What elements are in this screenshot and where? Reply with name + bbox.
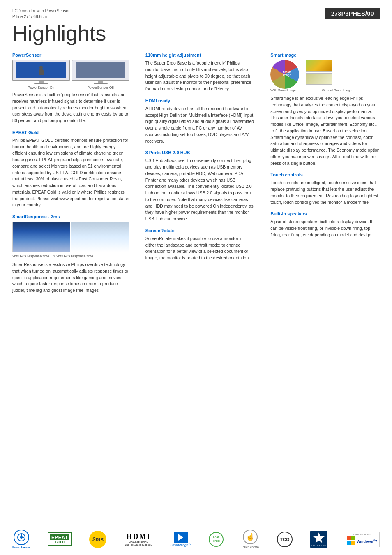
column-1: PowerSensor PowerSensor On	[12, 53, 129, 297]
twoms-circle: 2ms	[89, 531, 106, 548]
smartimage-without-label-item: Without SmartImage	[322, 88, 352, 92]
powersensor-heading: PowerSensor	[12, 53, 129, 58]
hdmi-heading: HDMI ready	[145, 98, 255, 103]
person-body	[39, 69, 44, 75]
smartimage-center-text: SmartImage	[279, 70, 294, 77]
smartimage-labels: With SmartImage Without SmartImage	[270, 88, 380, 92]
smartimage-heading: SmartImage	[270, 53, 380, 58]
smartimage-illustration: SmartImage With SmartImage Without Smart…	[270, 60, 380, 92]
powersensor-on-label: PowerSensor On	[28, 86, 55, 90]
product-line2: P-line 27" / 68.6cm	[12, 14, 70, 20]
leadfree-circle: Lead Free!	[209, 532, 224, 547]
epeat-gold-text: GOLD	[55, 540, 65, 544]
epeat-logo-text: EPEAT	[50, 534, 69, 540]
column-2: 110mm height adjustment The Super Ergo B…	[138, 53, 255, 297]
energy-star-svg: ENERGY STAR	[310, 531, 327, 548]
smartimage-with-photo	[306, 60, 332, 72]
height-body: The Super Ergo Base is a 'people friendl…	[145, 60, 255, 92]
smartimage-chart: SmartImage	[270, 60, 303, 87]
sr-image-left	[13, 222, 70, 252]
sr-label-right: > 2ms GtG response time	[53, 254, 93, 258]
smartimage-with-label-item: With SmartImage	[270, 88, 296, 92]
hdmi-logo-text: HDMI	[126, 532, 150, 541]
person-icon	[39, 66, 44, 75]
tco-circle: TCO	[277, 532, 293, 547]
powersensor-logo-svg	[17, 533, 26, 542]
content-grid: PowerSensor PowerSensor On	[12, 53, 380, 297]
sr-labels: 2ms GtG response time > 2ms GtG response…	[12, 254, 129, 258]
win-quad-green	[351, 536, 355, 541]
powersensor-body: PowerSensor is a built-in 'people sensor…	[12, 92, 129, 124]
epeat-heading: EPEAT Gold	[12, 130, 129, 135]
powersensor-on-screen	[12, 60, 70, 81]
windows-compatible-text: Compatible with	[353, 533, 371, 536]
speakers-body: A pair of stereo speakers built into a d…	[270, 219, 380, 238]
smartimage-logo-arrow	[178, 534, 183, 541]
epeat-body: Philips EPEAT GOLD certified monitors en…	[12, 137, 129, 208]
epeat-box: EPEAT GOLD	[48, 532, 72, 546]
logo-epeat: EPEAT GOLD	[48, 532, 72, 546]
windows-logo-row: Windows®7	[347, 536, 377, 546]
leadfree-text: Lead Free!	[210, 536, 223, 543]
screenrotate-body: ScreenRotate makes it possible to use a …	[145, 236, 255, 261]
smartimage-with-label: With SmartImage	[270, 88, 296, 92]
hdmi-sub-text: HIGH-DEFINITION MULTIMEDIA INTERFACE	[124, 541, 153, 546]
tco-text: TCO	[280, 537, 289, 542]
powersensor-off-screen	[72, 60, 129, 81]
smartimage-logo-label: SmartImage™	[170, 543, 191, 547]
svg-text:ENERGY STAR: ENERGY STAR	[311, 544, 326, 547]
logo-touch-control: ☝ Touch control	[241, 530, 260, 549]
smartimage-body: SmartImage is an exclusive leading edge …	[270, 95, 380, 166]
smartimage-logo-icon	[174, 532, 188, 543]
monitor-foot-2	[94, 83, 108, 84]
logo-windows7: Compatible with Windows®7	[345, 532, 380, 547]
column-3: SmartImage SmartImage	[263, 53, 380, 297]
touch-body: Touch controls are intelligent, touch se…	[270, 180, 380, 206]
smartresponse-heading: SmartResponse - 2ms	[12, 214, 129, 219]
page: LCD monitor with PowerSensor P-line 27" …	[0, 0, 392, 555]
screenrotate-heading: ScreenRotate	[145, 228, 255, 233]
model-number: 273P3PHES/00	[325, 8, 380, 19]
smartresponse-images	[12, 222, 129, 252]
powersensor-off-label: PowerSensor Off	[87, 86, 114, 90]
touch-heading: Touch controls	[270, 172, 380, 177]
usb-body: USB Hub allows user to conveniently conn…	[145, 157, 255, 222]
win-quad-blue	[347, 541, 351, 545]
touch-icon-circle: ☝	[243, 530, 258, 544]
speakers-heading: Built-in speakers	[270, 211, 380, 216]
product-line1: LCD monitor with PowerSensor	[12, 8, 70, 14]
smartimage-sunflower-pair	[306, 60, 332, 87]
usb-heading: 3 Ports USB 2.0 HUB	[145, 150, 255, 155]
monitor-foot-1	[34, 83, 48, 84]
powersensor-off-inner	[76, 62, 125, 78]
logo-energy-star: ENERGY STAR	[310, 531, 327, 548]
logo-tco: TCO	[277, 532, 293, 547]
logo-2ms: 2ms	[89, 531, 106, 548]
touch-finger-icon: ☝	[246, 532, 255, 541]
powersensor-on-block: PowerSensor On	[12, 60, 70, 90]
powersensor-on-inner	[16, 62, 66, 78]
smartimage-pics: SmartImage	[270, 60, 380, 87]
powersensor-logo-text: PowerSensor	[12, 546, 30, 549]
page-title: Highlights	[12, 22, 380, 45]
energy-star-container: ENERGY STAR	[310, 531, 327, 548]
smartresponse-body: SmartResponse is a exclusive Philips ove…	[12, 261, 129, 294]
windows-7-text: Windows®7	[357, 538, 377, 543]
sr-label-left: 2ms GtG response time	[12, 254, 49, 258]
smartimage-without-photo	[306, 73, 332, 85]
sr-image-right	[71, 222, 129, 252]
win-quad-red	[347, 536, 351, 541]
logo-bar: PowerSensor EPEAT GOLD 2ms HDMI HIGH-DEF…	[12, 525, 380, 549]
svg-point-1	[20, 536, 23, 539]
header: LCD monitor with PowerSensor P-line 27" …	[12, 8, 380, 20]
touch-control-label: Touch control	[241, 545, 260, 549]
win-quad-yellow	[351, 541, 355, 545]
height-heading: 110mm height adjustment	[145, 53, 255, 58]
powersensor-logo-circle	[14, 530, 29, 545]
logo-powersensor: PowerSensor	[12, 530, 30, 549]
powersensor-images: PowerSensor On PowerSensor Off	[12, 60, 129, 90]
powersensor-off-block: PowerSensor Off	[72, 60, 129, 90]
hdmi-body: A HDMI-ready device has all the required…	[145, 106, 255, 145]
smartimage-without-label: Without SmartImage	[322, 88, 352, 92]
logo-leadfree: Lead Free!	[209, 532, 224, 547]
